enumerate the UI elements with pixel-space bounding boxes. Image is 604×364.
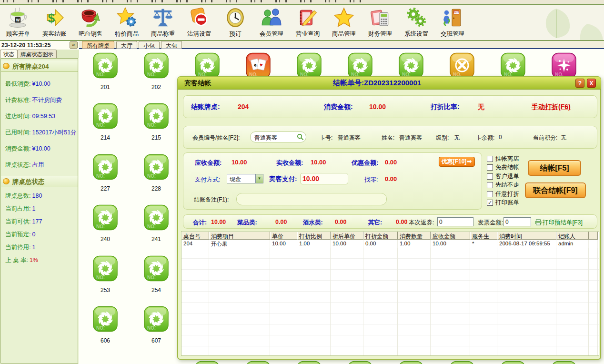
status-value: 180 (32, 192, 42, 199)
checkbox-icon[interactable] (487, 173, 493, 180)
status-label: 牌桌状态: (5, 162, 30, 168)
guest-pay-input[interactable]: 10.00 (300, 173, 348, 184)
table-icon-202-available[interactable]: NO.202 (144, 52, 169, 91)
table-icon-available[interactable]: NO. (399, 361, 423, 364)
voucher-label: 本次返券: (409, 219, 434, 227)
sidebar-tab-1[interactable]: 牌桌状态图示 (17, 50, 57, 58)
toolbar-button-teacup[interactable]: W顾客开单 (0, 5, 36, 38)
checkbox-icon[interactable] (487, 164, 493, 171)
status-row: 牌桌状态:占用 (5, 161, 78, 169)
invoice-label: 发票金额: (478, 219, 503, 227)
checkbox-icon[interactable]: ✓ (487, 200, 493, 206)
empty-row (181, 281, 599, 292)
totals-bar: 合计: 10.00 菜品类: 0.00 酒水类: 0.00 其它: 0.00 本… (183, 214, 597, 229)
table-icon-214-available[interactable]: NO.214 (93, 103, 118, 141)
checkbox-icon[interactable] (487, 191, 493, 197)
table-icon-240-available[interactable]: NO.240 (93, 204, 118, 243)
payment-method-select[interactable]: 现金▼ (227, 174, 263, 183)
table-icon-available[interactable]: NO. (348, 361, 372, 364)
summary-section: 结账牌桌: 204 消费金额: 10.00 打折比率: 无 手动打折(F6) (183, 95, 597, 118)
toolbar-button-label: 特价商品 (109, 30, 145, 38)
guest-pay-label: 宾客支付: (269, 175, 297, 183)
table-icon-available[interactable]: NO. (195, 361, 220, 364)
print-pre-bill-f3-link[interactable]: 打印预结单[F3] (535, 219, 583, 227)
members-icon (261, 7, 282, 29)
toolbar-button-report-pencil[interactable]: 营业查询 (290, 5, 326, 38)
invoice-input[interactable]: 0 (503, 217, 531, 226)
status-value: 152017小时51分 (32, 129, 76, 136)
help-button[interactable]: ? (575, 79, 584, 88)
empty-row (181, 335, 599, 346)
joint-settle-f9-button[interactable]: 联合结帐[F9] (525, 182, 586, 198)
table-icon-254-available[interactable]: NO.254 (144, 255, 169, 293)
toolbar-button-exit-door[interactable]: EXIT交班管理 (434, 5, 471, 38)
total-label: 合计: (193, 219, 207, 227)
other-label: 其它: (368, 219, 382, 227)
table-icon-227-available[interactable]: NO.227 (93, 154, 118, 192)
pos-application-window: W顾客开单$宾客结账吧台销售特价商品商品称重沽清设置预订会员管理营业查询商品管理… (0, 0, 604, 364)
chevron-down-icon[interactable]: ▼ (255, 174, 263, 183)
toolbar-button-clock[interactable]: 预订 (217, 5, 253, 38)
bill-item-row[interactable]: 204开心果10.001.0010.000.001.0010.00*2006-0… (181, 240, 599, 248)
toolbar-button-star-gear[interactable]: 特价商品 (109, 5, 145, 38)
status-label: 上 桌 率: (5, 257, 28, 263)
table-icon-253-available[interactable]: NO.253 (93, 255, 118, 293)
sidebar-collapse-button[interactable]: « (70, 41, 78, 49)
column-header: 记账人 (556, 232, 589, 240)
drink-value: 0.00 (335, 219, 346, 225)
table-icon-606-available[interactable]: NO.606 (93, 306, 118, 344)
table-icon-available[interactable]: NO. (297, 361, 322, 364)
coupon-f10-button[interactable]: 优惠[F10] (439, 157, 475, 167)
orange-ball-icon (3, 178, 10, 184)
toolbar-button-scale[interactable]: 商品称重 (145, 5, 181, 38)
table-icon-201-available[interactable]: NO.201 (93, 52, 118, 91)
checkbox-icon[interactable] (487, 156, 493, 162)
table-icon-215-available[interactable]: NO.215 (144, 103, 169, 141)
status-label: 消费金额: (5, 145, 30, 152)
coupon-amount-value: 0.00 (385, 159, 397, 166)
checkbox-option[interactable]: ✓打印账单 (487, 199, 539, 208)
printer-icon (535, 219, 542, 225)
received-value: 10.00 (311, 159, 326, 166)
table-number: 240 (93, 236, 118, 243)
sidebar-tab-0[interactable]: 状态 (0, 50, 18, 58)
toolbar-button-gears[interactable]: 系统设置 (398, 5, 434, 38)
table-icon-available[interactable]: NO. (552, 361, 576, 364)
toolbar-button-label: 会员管理 (253, 30, 290, 38)
status-label: 进店时间: (5, 113, 30, 120)
exit-door-icon: EXIT (442, 7, 463, 29)
card-value: 普通宾客 (338, 134, 361, 142)
toolbar-button-members[interactable]: 会员管理 (253, 5, 290, 38)
toolbar-button-star[interactable]: 商品管理 (326, 5, 362, 38)
table-icon-241-available[interactable]: NO.241 (144, 204, 169, 243)
toolbar-button-label: 营业查询 (290, 30, 326, 38)
close-icon[interactable]: X (587, 79, 596, 88)
toolbar-button-bar-cup[interactable]: 吧台销售 (72, 5, 109, 38)
voucher-input[interactable]: 0 (437, 217, 473, 226)
toolbar-button-label: 交班管理 (434, 30, 471, 38)
manual-discount-link[interactable]: 手动打折(F6) (532, 103, 571, 111)
table-number: 202 (144, 84, 169, 91)
toolbar-button-soldout[interactable]: 沽清设置 (181, 5, 217, 38)
table-icon-607-available[interactable]: NO.607 (144, 306, 169, 344)
table-icon-available[interactable]: NO. (246, 361, 271, 364)
table-icon-available[interactable]: NO. (501, 361, 525, 364)
toolbar-button-label: 系统设置 (398, 30, 434, 38)
dialog-titlebar[interactable]: 宾客结帐 结帐单号:ZD202312200001 ? X (178, 77, 601, 90)
search-icon[interactable] (297, 133, 304, 142)
checkbox-icon[interactable] (487, 182, 493, 188)
table-number: 215 (144, 134, 169, 141)
empty-row (181, 303, 599, 313)
toolbar-button-money-arrow[interactable]: $宾客结账 (36, 5, 72, 38)
bill-cell: 2006-08-17 09:59:55 (497, 240, 556, 248)
empty-row (181, 324, 599, 335)
toolbar-button-calculator-folder[interactable]: 财务管理 (362, 5, 398, 38)
dish-value: 0.00 (275, 219, 287, 225)
empty-row (181, 248, 599, 259)
status-value: 1 (32, 244, 35, 251)
table-icon-available[interactable]: NO. (450, 361, 474, 364)
note-input[interactable] (236, 193, 387, 205)
bill-cell: * (470, 240, 497, 248)
table-icon-228-available[interactable]: NO.228 (144, 154, 169, 192)
settle-f5-button[interactable]: 结帐[F5] (528, 160, 581, 176)
